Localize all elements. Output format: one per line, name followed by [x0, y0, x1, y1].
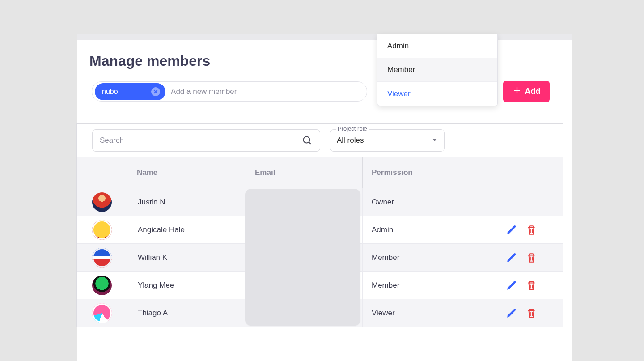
role-filter-select[interactable]: Project role All roles [330, 129, 445, 152]
member-permission: Viewer [362, 299, 480, 327]
add-member-input[interactable] [171, 87, 367, 96]
member-name: Justin N [112, 198, 165, 207]
table-header: Name Email Permission [77, 157, 563, 188]
svg-point-0 [304, 137, 310, 143]
chevron-down-icon [432, 139, 437, 141]
role-dropdown[interactable]: Admin Member Viewer [377, 34, 498, 106]
member-permission: Member [362, 244, 480, 271]
avatar [92, 248, 112, 268]
th-actions [480, 157, 563, 188]
search-icon [302, 135, 313, 146]
avatar [92, 276, 112, 295]
member-name: Willian K [112, 253, 167, 262]
add-button-label: Add [525, 87, 541, 96]
role-option-viewer[interactable]: Viewer [377, 82, 497, 106]
member-name: Ylang Mee [112, 281, 174, 290]
delete-icon[interactable] [525, 307, 537, 319]
member-permission: Member [362, 272, 480, 299]
member-permission: Admin [362, 216, 480, 243]
filter-row: Project role All roles [77, 124, 563, 157]
delete-icon[interactable] [525, 252, 537, 263]
plus-icon [513, 86, 521, 97]
panel-top-strip [77, 34, 572, 40]
role-filter-label: Project role [336, 125, 369, 132]
avatar [92, 220, 112, 240]
page-title: Manage members [89, 53, 210, 69]
delete-icon[interactable] [525, 280, 537, 291]
edit-icon[interactable] [506, 280, 517, 291]
avatar [92, 192, 112, 212]
role-option-admin[interactable]: Admin [377, 34, 497, 58]
member-chip[interactable]: nubo. [95, 83, 165, 100]
th-permission: Permission [362, 157, 480, 188]
add-button[interactable]: Add [503, 81, 550, 102]
search-input-wrap[interactable] [92, 129, 320, 152]
edit-icon[interactable] [506, 307, 517, 319]
member-name: Angicale Hale [112, 225, 185, 234]
edit-icon[interactable] [506, 252, 517, 263]
delete-icon[interactable] [525, 224, 537, 236]
th-email: Email [246, 157, 362, 188]
member-name: Thiago A [112, 309, 168, 318]
member-chip-label: nubo. [102, 88, 120, 96]
role-option-member[interactable]: Member [377, 58, 497, 82]
member-permission: Owner [362, 188, 480, 216]
chip-remove-icon[interactable] [151, 87, 160, 96]
role-filter-value: All roles [337, 132, 438, 149]
edit-icon[interactable] [506, 224, 517, 236]
search-input[interactable] [100, 136, 302, 145]
email-redaction-overlay [245, 189, 360, 326]
th-name: Name [77, 168, 246, 177]
add-member-input-wrap[interactable]: nubo. [92, 81, 367, 102]
avatar [92, 303, 112, 323]
